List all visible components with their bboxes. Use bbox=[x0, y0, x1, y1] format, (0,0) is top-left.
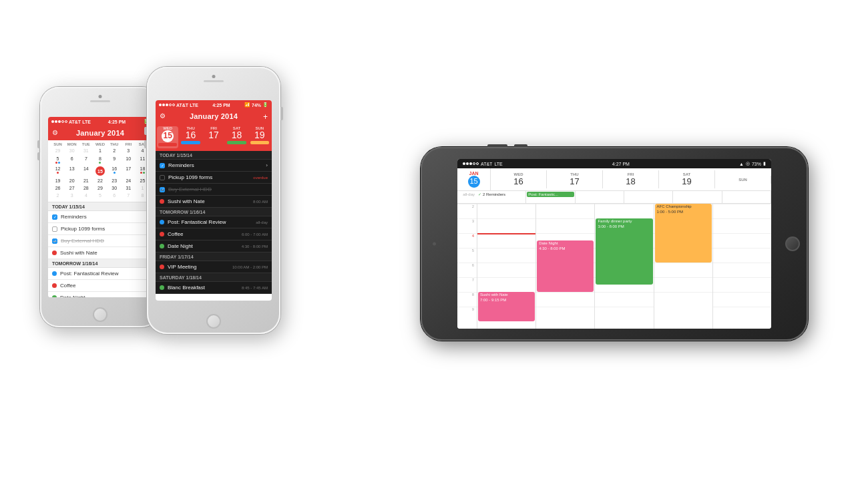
cal-day[interactable]: 30 bbox=[107, 185, 122, 191]
cal-day[interactable]: 5 bbox=[51, 156, 65, 164]
list-item-reminders-p1[interactable]: ✓ Reminders bbox=[48, 211, 152, 223]
gear-icon-p2[interactable]: ⚙ bbox=[160, 112, 166, 120]
list-reminders-p2[interactable]: ✓ Reminders › bbox=[156, 160, 272, 172]
cal-day[interactable]: 2 bbox=[107, 148, 122, 154]
cal-day[interactable]: 17 bbox=[122, 166, 136, 176]
date-today-p2: TODAY 1/15/14 bbox=[156, 151, 272, 160]
cal-day[interactable]: 10 bbox=[122, 156, 136, 164]
home-button-p3[interactable] bbox=[785, 236, 800, 251]
cal-day[interactable]: 29 bbox=[93, 185, 107, 191]
lw-fri[interactable]: FRI 18 bbox=[603, 170, 659, 189]
lw-wed[interactable]: WED 16 bbox=[491, 170, 547, 189]
cb-reminders-p2[interactable]: ✓ bbox=[160, 163, 165, 168]
list-hdd-p2[interactable]: ✓ Buy External HDD bbox=[156, 184, 272, 196]
cal-day[interactable]: 8 bbox=[93, 156, 107, 164]
cal-day[interactable]: 9 bbox=[107, 156, 122, 164]
cal-day[interactable]: 5 bbox=[93, 192, 107, 198]
list-item-1099-p1[interactable]: Pickup 1099 forms bbox=[48, 223, 152, 235]
item-label: VIP Meeting bbox=[168, 264, 196, 270]
cal-day[interactable]: 3 bbox=[65, 192, 79, 198]
cal-day[interactable]: 26 bbox=[51, 185, 65, 191]
cal-day[interactable]: 20 bbox=[65, 178, 79, 184]
week-day-sun[interactable]: SUN 19 bbox=[249, 126, 270, 148]
date-night-event[interactable]: Date Night4:30 - 8:00 PM bbox=[537, 240, 594, 292]
cal-day[interactable]: 16 bbox=[107, 166, 122, 176]
cal-day[interactable]: 13 bbox=[65, 166, 79, 176]
cal-day[interactable]: 7 bbox=[79, 156, 93, 164]
power-btn-p3 bbox=[514, 144, 527, 147]
phone2-status-bar: AT&T LTE 4:25 PM 📶 74% 🔋 bbox=[156, 100, 272, 110]
list-item-hdd-p1[interactable]: ✓ Buy External HDD bbox=[48, 235, 152, 247]
gear-icon-p1[interactable]: ⚙ bbox=[52, 129, 58, 136]
checkbox-hdd[interactable]: ✓ bbox=[52, 238, 57, 244]
cb-hdd-p2[interactable]: ✓ bbox=[160, 187, 165, 192]
checkbox-1099[interactable] bbox=[52, 226, 57, 232]
cal-day[interactable]: 14 bbox=[79, 166, 93, 176]
week-day-wed[interactable]: WED 15 bbox=[157, 126, 178, 148]
cal-day[interactable]: 21 bbox=[79, 178, 93, 184]
list-vip-p2[interactable]: VIP Meeting 10:00 AM - 2:00 PM bbox=[156, 261, 272, 273]
cal-day[interactable]: 3 bbox=[122, 148, 136, 154]
time-sushi: 8:00 AM bbox=[253, 200, 268, 204]
list-1099-p2[interactable]: Pickup 1099 forms overdue bbox=[156, 172, 272, 184]
cal-day[interactable]: 22 bbox=[93, 178, 107, 184]
day-num: 18 bbox=[604, 176, 658, 187]
phone1-calendar: SUN MON TUE WED THU FRI SAT 29 30 31 1 2… bbox=[48, 140, 152, 202]
status-right-p3: ▲ ◎ 73% ▮ bbox=[739, 161, 766, 166]
cal-day[interactable]: 28 bbox=[79, 185, 93, 191]
cal-day[interactable]: 1 bbox=[93, 148, 107, 154]
day-name: SUN bbox=[716, 178, 770, 182]
cal-day[interactable]: 19 bbox=[51, 178, 65, 184]
cal-day-today[interactable]: 15 bbox=[93, 166, 107, 176]
cal-day[interactable]: 29 bbox=[51, 148, 65, 154]
week-day-fri[interactable]: FRI 17 bbox=[203, 126, 224, 148]
cal-day[interactable]: 27 bbox=[65, 185, 79, 191]
list-post-p2[interactable]: Post: Fantastical Review all-day bbox=[156, 216, 272, 228]
time-9: 9 bbox=[457, 307, 477, 321]
dot1 bbox=[51, 120, 54, 123]
time-p3: 4:27 PM bbox=[612, 162, 630, 166]
cal-day[interactable]: 31 bbox=[79, 148, 93, 154]
list-date-night-p2[interactable]: Date Night 4:30 - 8:00 PM bbox=[156, 240, 272, 253]
cal-day[interactable]: 6 bbox=[65, 156, 79, 164]
list-sushi-p2[interactable]: Sushi with Nate 8:00 AM bbox=[156, 196, 272, 208]
list-item-sushi-p1[interactable]: Sushi with Nate bbox=[48, 247, 152, 259]
cal-day[interactable]: 4 bbox=[79, 192, 93, 198]
list-item-post-p1[interactable]: Post: Fantastical Review bbox=[48, 268, 152, 280]
cal-day[interactable]: 12 bbox=[51, 166, 65, 176]
time-p1: 4:25 PM bbox=[108, 120, 126, 124]
week-day-sat[interactable]: SAT 18 bbox=[226, 126, 247, 148]
week-day-thu[interactable]: THU 16 bbox=[180, 126, 201, 148]
cal-day[interactable]: 2 bbox=[51, 192, 65, 198]
cal-day[interactable]: 24 bbox=[122, 178, 136, 184]
afc-event[interactable]: AFC Championship1:00 - 5:00 PM bbox=[655, 204, 712, 263]
home-button-p1[interactable] bbox=[93, 307, 107, 322]
phone2-list: TODAY 1/15/14 ✓ Reminders › Pickup 1099 … bbox=[156, 151, 272, 294]
plus-button-p2[interactable]: + bbox=[263, 112, 268, 122]
lw-thu[interactable]: THU 17 bbox=[547, 170, 603, 189]
cal-day[interactable]: 30 bbox=[65, 148, 79, 154]
cal-day[interactable]: 31 bbox=[122, 185, 136, 191]
list-item-coffee-p1[interactable]: Coffee bbox=[48, 280, 152, 292]
cal-day[interactable]: 23 bbox=[107, 178, 122, 184]
list-blanc-p2[interactable]: Blanc Breakfast 8:45 - 7:45 AM bbox=[156, 282, 272, 294]
cal-day[interactable]: 7 bbox=[122, 192, 136, 198]
battery-pct-p3: 73% bbox=[752, 162, 761, 166]
lw-sun[interactable]: SUN bbox=[715, 176, 771, 184]
list-coffee-p2[interactable]: Coffee 6:00 - 7:00 AM bbox=[156, 228, 272, 240]
family-dinner-event[interactable]: Family dinner party3:00 - 8:00 PM bbox=[596, 218, 652, 285]
post-event[interactable]: Post: Fantastic... bbox=[527, 192, 574, 197]
list-item-date-night-p1[interactable]: Date Night bbox=[48, 292, 152, 297]
day-num: 17 bbox=[548, 176, 602, 187]
home-button-p2[interactable] bbox=[206, 314, 221, 329]
sushi-event[interactable]: Sushi with Nate7:00 - 9:15 PM bbox=[478, 292, 535, 321]
checkbox-reminders[interactable]: ✓ bbox=[52, 214, 57, 220]
cb-1099-p2[interactable] bbox=[160, 175, 165, 180]
item-label: Coffee bbox=[168, 231, 183, 237]
phone3: AT&T LTE 4:27 PM ▲ ◎ 73% ▮ JAN 15 bbox=[421, 147, 808, 341]
phone1-screen: AT&T LTE 4:25 PM 🔋 ⚙ January 2014 SUN MO… bbox=[48, 117, 152, 297]
lw-sat[interactable]: SAT 19 bbox=[659, 170, 715, 189]
month-title-p1: January 2014 bbox=[48, 129, 152, 137]
cal-day[interactable]: 6 bbox=[107, 192, 122, 198]
d2 bbox=[466, 162, 469, 165]
